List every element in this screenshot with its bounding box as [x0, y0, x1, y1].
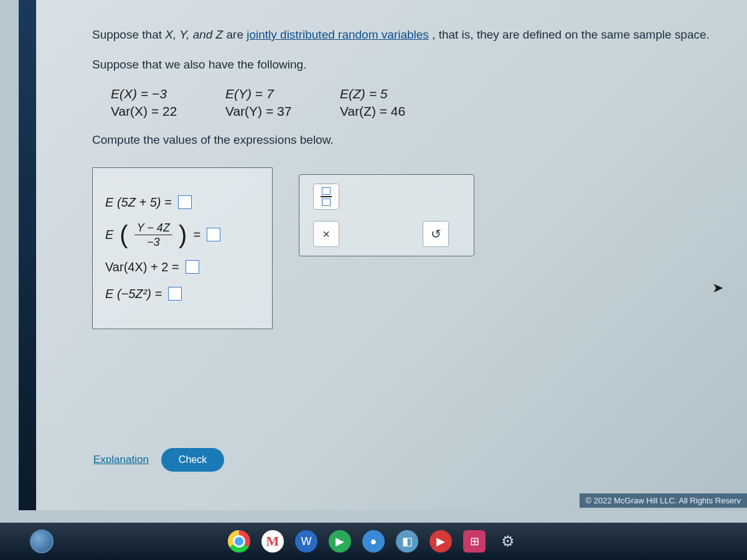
expr-2-eq: =: [193, 228, 200, 242]
answer-row-1: E (5Z + 5) =: [105, 195, 260, 210]
answer-row-4: E (−5Z²) =: [105, 287, 260, 301]
fraction-tool-button[interactable]: [313, 184, 339, 210]
intro-mid: are: [227, 28, 247, 41]
answer-row-3: Var(4X) + 2 =: [105, 260, 260, 274]
math-tool-panel: × ↺: [299, 174, 474, 256]
problem-line2: Suppose that we also have the following.: [92, 55, 710, 75]
expr-2-fraction: Y − 4Z −3: [134, 222, 172, 248]
given-vz: Var(Z) = 46: [340, 104, 427, 119]
media-icon[interactable]: ▶: [329, 530, 351, 553]
intro-suffix: , that is, they are defined on the same …: [432, 28, 710, 41]
grid-app-icon[interactable]: ⊞: [463, 530, 486, 553]
given-vy: Var(Y) = 37: [225, 104, 312, 119]
answer-input-3[interactable]: [186, 260, 199, 274]
expr-2-E: E: [105, 228, 113, 242]
answer-row-2: E ( Y − 4Z −3 ) =: [105, 222, 260, 248]
expr-2-num: Y − 4Z: [134, 222, 172, 235]
settings-icon[interactable]: ⚙: [497, 530, 519, 553]
expr-4: E (−5Z²) =: [105, 287, 162, 301]
youtube-icon[interactable]: ▶: [430, 530, 452, 553]
answer-input-2[interactable]: [207, 228, 220, 241]
intro-vars: X, Y, and Z: [165, 28, 223, 41]
intro-prefix: Suppose that: [92, 28, 165, 41]
problem-intro: Suppose that X, Y, and Z are jointly dis…: [92, 25, 710, 45]
answer-input-4[interactable]: [168, 287, 182, 301]
check-button[interactable]: Check: [161, 448, 224, 472]
bottom-actions: Explanation Check: [93, 448, 224, 472]
rparen-icon: ): [179, 225, 187, 245]
expr-1: E (5Z + 5) =: [105, 195, 172, 210]
chrome-icon[interactable]: [228, 530, 250, 553]
jointly-distributed-link[interactable]: jointly distributed random variables: [247, 28, 429, 41]
camera-icon[interactable]: ◧: [396, 530, 418, 553]
expr-2-den: −3: [147, 235, 160, 248]
given-ey: E(Y) = 7: [225, 86, 312, 101]
reset-icon: ↺: [431, 226, 441, 241]
answer-box: E (5Z + 5) = E ( Y − 4Z −3 ) = Var(4X) +…: [92, 167, 273, 329]
given-ex: E(X) = −3: [111, 86, 198, 101]
expr-3: Var(4X) + 2 =: [105, 260, 179, 274]
answer-input-1[interactable]: [178, 195, 192, 209]
fraction-icon: [321, 187, 332, 206]
reset-button[interactable]: ↺: [423, 221, 449, 247]
app-icon[interactable]: ●: [362, 530, 385, 553]
compute-instruction: Compute the values of the expressions be…: [92, 130, 710, 150]
lparen-icon: (: [120, 225, 128, 245]
given-ez: E(Z) = 5: [340, 86, 427, 101]
word-icon[interactable]: W: [295, 530, 317, 553]
clear-button[interactable]: ×: [313, 221, 339, 247]
start-button[interactable]: [30, 530, 54, 553]
gmail-icon[interactable]: M: [261, 530, 284, 553]
copyright-text: © 2022 McGraw Hill LLC. All Rights Reser…: [580, 493, 747, 508]
given-vx: Var(X) = 22: [111, 104, 198, 119]
explanation-link[interactable]: Explanation: [93, 454, 149, 466]
cursor-icon: ➤: [712, 280, 723, 296]
left-accent-bar: [19, 0, 36, 510]
close-icon: ×: [322, 227, 330, 241]
given-values: E(X) = −3 E(Y) = 7 E(Z) = 5 Var(X) = 22 …: [111, 86, 710, 119]
taskbar[interactable]: M W ▶ ● ◧ ▶ ⊞ ⚙: [0, 523, 747, 560]
